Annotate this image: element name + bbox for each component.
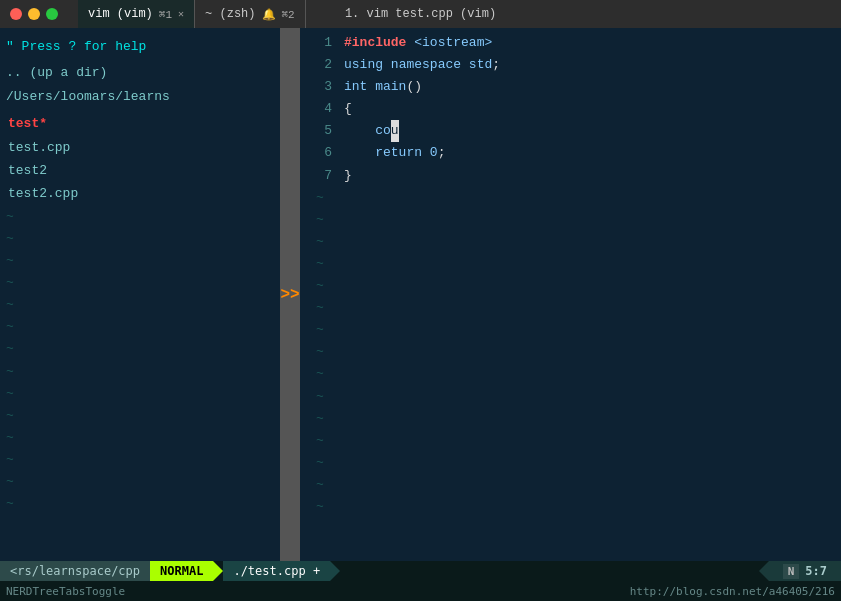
editor-line-5: 5 cou (300, 120, 841, 142)
editor-line-2: 2 using namespace std; (300, 54, 841, 76)
tree-divider: >> (280, 28, 300, 561)
maximize-button[interactable] (46, 8, 58, 20)
line-content-6: return 0; (344, 142, 445, 164)
statusbar-plugin: NERDTreeTabsToggle (6, 585, 125, 598)
editor-line-1: 1 #include <iostream> (300, 32, 841, 54)
filename-arrow-icon (330, 561, 340, 581)
line-content-2: using namespace std; (344, 54, 500, 76)
editor-area[interactable]: 1 #include <iostream> 2 using namespace … (300, 28, 841, 561)
filetree-item-selected[interactable]: test* (6, 112, 274, 135)
statusbar-bottom-row: NERDTreeTabsToggle http://blog.csdn.net/… (0, 581, 841, 601)
line-num-5: 5 (308, 120, 332, 142)
position-value: 5:7 (805, 564, 827, 578)
editor-line-6: 6 return 0; (300, 142, 841, 164)
tab-vim-close[interactable]: ✕ (178, 8, 184, 20)
tab-vim-label: vim (vim) (88, 7, 153, 21)
statusbar-mode: NORMAL (150, 561, 213, 581)
editor-line-7: 7 } (300, 165, 841, 187)
minimize-button[interactable] (28, 8, 40, 20)
cursor: u (391, 120, 399, 142)
tab-zsh-shortcut: ⌘2 (282, 8, 295, 21)
filetree-help: " Press ? for help (6, 36, 274, 58)
editor-tilde-lines: ~ ~ ~ ~ ~ ~ ~ ~ ~ ~ ~ ~ ~ ~ ~ (300, 187, 841, 518)
titlebar: vim (vim) ⌘1 ✕ ~ (zsh) 🔔 ⌘2 1. vim test.… (0, 0, 841, 28)
tab-zsh[interactable]: ~ (zsh) 🔔 ⌘2 (195, 0, 306, 28)
editor-line-4: 4 { (300, 98, 841, 120)
line-content-1: #include <iostream> (344, 32, 492, 54)
filetree-path: /Users/loomars/learns (6, 86, 274, 108)
line-num-1: 1 (308, 32, 332, 54)
line-content-7: } (344, 165, 352, 187)
tilde-lines: ~~~~~~~~~~~~~~ (6, 206, 274, 515)
main-area: " Press ? for help .. (up a dir) /Users/… (0, 28, 841, 561)
filetree-item-2[interactable]: test2.cpp (6, 182, 274, 205)
tree-arrow-icon: >> (280, 286, 299, 304)
filetree-item-1[interactable]: test2 (6, 159, 274, 182)
statusbar: <rs/learnspace/cpp NORMAL ./test.cpp + N… (0, 561, 841, 601)
statusbar-path: <rs/learnspace/cpp (0, 561, 150, 581)
file-tree-panel: " Press ? for help .. (up a dir) /Users/… (0, 28, 280, 561)
line-num-4: 4 (308, 98, 332, 120)
tab-vim[interactable]: vim (vim) ⌘1 ✕ (78, 0, 195, 28)
statusbar-filename: ./test.cpp + (223, 561, 330, 581)
position-arrow-icon (759, 561, 769, 581)
filetree-item-0[interactable]: test.cpp (6, 136, 274, 159)
mode-arrow-icon (213, 561, 223, 581)
line-num-6: 6 (308, 142, 332, 164)
tabs-area: vim (vim) ⌘1 ✕ ~ (zsh) 🔔 ⌘2 (78, 0, 306, 28)
line-content-3: int main() (344, 76, 422, 98)
bell-icon: 🔔 (262, 8, 276, 21)
statusbar-position: N 5:7 (769, 561, 841, 581)
n-badge: N (783, 564, 800, 579)
tab-vim-shortcut: ⌘1 (159, 8, 172, 21)
filetree-updir[interactable]: .. (up a dir) (6, 62, 274, 84)
line-num-3: 3 (308, 76, 332, 98)
line-num-7: 7 (308, 165, 332, 187)
tab-zsh-label: ~ (zsh) (205, 7, 255, 21)
line-content-5: cou (344, 120, 399, 142)
line-num-2: 2 (308, 54, 332, 76)
window-title: 1. vim test.cpp (vim) (345, 7, 496, 21)
close-button[interactable] (10, 8, 22, 20)
traffic-lights (10, 8, 58, 20)
statusbar-top-row: <rs/learnspace/cpp NORMAL ./test.cpp + N… (0, 561, 841, 581)
statusbar-url: http://blog.csdn.net/a46405/216 (630, 585, 835, 598)
line-content-4: { (344, 98, 352, 120)
editor-line-3: 3 int main() (300, 76, 841, 98)
